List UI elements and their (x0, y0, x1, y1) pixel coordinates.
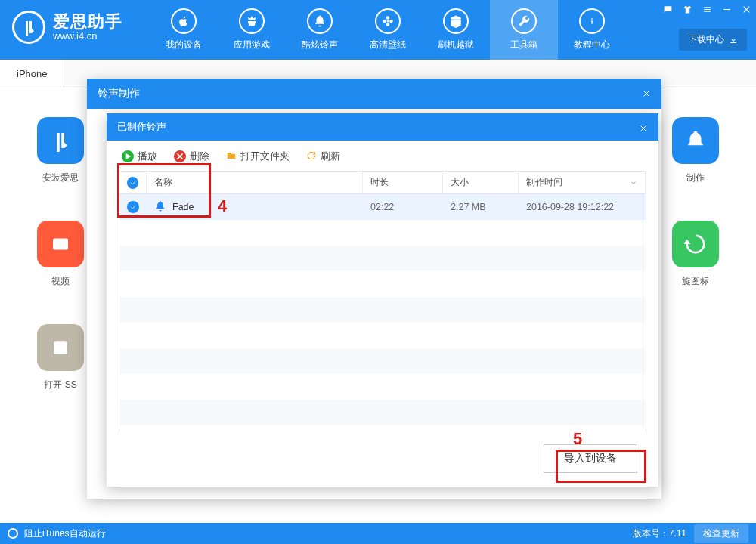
inner-dialog-titlebar[interactable]: 已制作铃声 (107, 113, 658, 141)
box-icon (443, 8, 469, 34)
col-name[interactable]: 名称 (147, 172, 363, 193)
open-folder-button[interactable]: 打开文件夹 (226, 150, 290, 163)
play-icon (122, 150, 134, 162)
refresh-button[interactable]: 刷新 (306, 150, 340, 163)
logo-icon (12, 11, 45, 44)
status-bar: 阻止iTunes自动运行 版本号：7.11 检查更新 (0, 523, 756, 544)
close-icon (642, 89, 651, 98)
close-icon[interactable] (741, 4, 751, 14)
app-title: 爱思助手 (53, 13, 122, 31)
checkbox-icon (127, 177, 138, 189)
row-mtime: 2016-09-28 19:12:22 (519, 202, 646, 212)
download-center-button[interactable]: 下载中心 (679, 29, 747, 51)
chevron-down-icon (630, 178, 637, 189)
svg-rect-5 (723, 8, 730, 9)
app-logo: 爱思助手 www.i4.cn (0, 0, 136, 44)
tile-video[interactable]: 视频 (32, 221, 89, 288)
nav-tutorials[interactable]: 教程中心 (558, 0, 626, 60)
dialog-titlebar[interactable]: 铃声制作 (87, 79, 662, 109)
svg-point-4 (389, 20, 393, 23)
appstore-icon (239, 8, 265, 34)
import-to-device-button[interactable]: 导入到设备 (544, 444, 637, 473)
flower-icon (375, 8, 401, 34)
download-icon (729, 36, 738, 45)
svg-rect-6 (53, 239, 68, 250)
nav-my-device[interactable]: 我的设备 (150, 0, 218, 60)
dialog-close-button[interactable] (631, 79, 662, 109)
row-checkbox[interactable] (119, 201, 147, 213)
check-update-button[interactable]: 检查更新 (694, 524, 748, 543)
table-header: 名称 时长 大小 制作时间 (119, 172, 646, 194)
row-name: Fade (147, 200, 363, 215)
col-size[interactable]: 大小 (443, 172, 519, 193)
inner-dialog-close-button[interactable] (628, 113, 658, 144)
inner-dialog-title: 已制作铃声 (117, 120, 166, 134)
svg-rect-7 (54, 341, 67, 354)
ringtone-table: 名称 时长 大小 制作时间 Fade 02:22 (119, 171, 646, 431)
table-row (119, 323, 646, 348)
made-ringtones-dialog: 已制作铃声 播放 删除 打开文件夹 (107, 113, 658, 487)
table-row (119, 246, 646, 271)
nav-ringtones[interactable]: 酷炫铃声 (286, 0, 354, 60)
table-row[interactable]: Fade 02:22 2.27 MB 2016-09-28 19:12:22 (119, 194, 646, 220)
skin-icon[interactable] (682, 4, 692, 14)
menu-icon[interactable] (702, 4, 712, 14)
tile-open-ssh[interactable]: 打开 SS (32, 324, 89, 391)
table-row (119, 220, 646, 246)
nav-wallpapers[interactable]: 高清壁纸 (354, 0, 422, 60)
refresh-icon (306, 150, 317, 163)
svg-point-0 (387, 20, 389, 23)
col-mtime[interactable]: 制作时间 (519, 172, 646, 193)
table-row (119, 400, 646, 425)
checkbox-icon (127, 201, 139, 213)
version-label: 版本号：7.11 (633, 527, 686, 540)
main-nav: 我的设备 应用游戏 酷炫铃声 高清壁纸 刷机越狱 工具箱 教程中心 (150, 0, 626, 60)
inner-dialog-body: 播放 删除 打开文件夹 刷新 (107, 141, 658, 487)
row-duration: 02:22 (363, 202, 443, 212)
col-select[interactable] (119, 172, 147, 193)
tile-install[interactable]: 安装爱思 (32, 117, 89, 184)
wrench-icon (511, 8, 537, 34)
app-header: 爱思助手 www.i4.cn 我的设备 应用游戏 酷炫铃声 高清壁纸 刷机越狱 … (0, 0, 756, 60)
info-icon (579, 8, 605, 34)
tile-make[interactable]: 制作 (667, 117, 724, 184)
delete-icon (174, 150, 186, 162)
delete-button[interactable]: 删除 (174, 150, 209, 163)
table-row (119, 297, 646, 323)
table-body: Fade 02:22 2.27 MB 2016-09-28 19:12:22 (119, 194, 646, 431)
block-itunes-toggle[interactable] (8, 528, 18, 539)
tab-iphone[interactable]: iPhone (0, 60, 64, 88)
tile-rotate-icons[interactable]: 旋图标 (667, 221, 724, 288)
table-row (119, 348, 646, 374)
row-size: 2.27 MB (443, 202, 519, 212)
minimize-icon[interactable] (721, 4, 732, 14)
folder-icon (226, 150, 237, 163)
table-row (119, 271, 646, 297)
nav-toolbox[interactable]: 工具箱 (490, 0, 558, 60)
nav-flash[interactable]: 刷机越狱 (422, 0, 490, 60)
svg-point-1 (386, 16, 390, 20)
svg-point-3 (383, 20, 386, 23)
svg-point-2 (386, 23, 390, 26)
col-duration[interactable]: 时长 (363, 172, 443, 193)
ringtone-icon (154, 200, 166, 215)
block-itunes-label: 阻止iTunes自动运行 (24, 527, 106, 540)
feedback-icon[interactable] (662, 4, 673, 14)
apple-icon (171, 8, 197, 34)
window-controls (662, 4, 751, 14)
nav-apps[interactable]: 应用游戏 (218, 0, 286, 60)
close-icon (639, 124, 648, 133)
inner-toolbar: 播放 删除 打开文件夹 刷新 (119, 148, 646, 171)
bell-icon (307, 8, 333, 34)
play-button[interactable]: 播放 (122, 150, 157, 163)
table-row (119, 374, 646, 400)
dialog-title: 铃声制作 (98, 87, 140, 100)
app-url: www.i4.cn (53, 31, 122, 42)
